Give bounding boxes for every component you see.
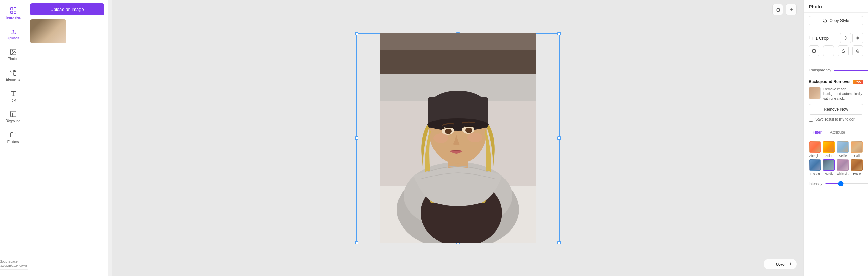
thumbnail-item[interactable] [30,19,66,43]
shapes-icon [10,69,17,76]
icons-row-2 [809,45,863,56]
transform-icons-row [840,33,863,43]
align-left-icon [827,49,831,53]
filter-item-solar[interactable]: Solar [822,141,835,158]
filter-item-cali[interactable]: Cali [851,141,863,158]
copy-style-button[interactable]: Copy Style [809,16,863,25]
crop-button[interactable]: 1 Crop [809,34,829,43]
tab-attribute[interactable]: Attribute [826,129,849,137]
align-left-button[interactable] [823,45,834,56]
transparency-slider[interactable] [834,70,868,71]
transparency-section: Transparency 100 [804,62,868,76]
left-sidebar: Templates Uploads Photos Elements Text B… [0,0,26,276]
canvas-photo-image[interactable] [380,33,536,243]
handle-middle-right[interactable] [557,136,561,140]
filter-name-solar: Solar [825,154,832,158]
crop-square-button[interactable] [809,45,819,56]
right-panel: Photo Copy Style 1 Crop [803,0,868,276]
zoom-level: 66% [776,262,785,267]
sidebar-item-folders[interactable]: Folders [0,128,26,147]
svg-point-28 [467,133,482,142]
sidebar-label-uploads: Uploads [7,36,19,40]
zoom-out-button[interactable]: − [767,260,773,268]
filter-item-whimsi[interactable]: Whimsi... [837,159,849,179]
handle-bottom-right[interactable] [557,241,561,244]
flip-horizontal-button[interactable] [840,33,851,43]
cloud-space-bar [0,269,28,270]
filter-item-retro[interactable]: Retro [851,159,863,179]
filter-item-blu[interactable]: The blu _ [809,159,821,179]
flip-h-icon [844,36,848,40]
canvas-wrapper [356,33,560,243]
svg-rect-1 [14,8,16,10]
svg-rect-30 [842,51,845,53]
sidebar-item-uploads[interactable]: Uploads [0,24,26,43]
svg-point-22 [427,118,489,131]
sidebar-item-elements[interactable]: Elements [0,66,26,85]
add-button[interactable] [786,4,797,15]
filter-section: Filter Attribute Aftergl... Solar Selfie… [804,125,868,189]
filter-thumb-selfie [837,141,849,153]
remove-now-button[interactable]: Remove Now [809,104,863,115]
upload-image-button[interactable]: Upload an image [30,3,104,15]
crop-section: 1 Crop [804,29,868,62]
filter-tabs: Filter Attribute [809,129,863,137]
handle-top-left[interactable] [355,32,358,35]
handle-top-right[interactable] [557,32,561,35]
crop-square-icon [812,49,816,53]
intensity-label: Intensity [809,182,822,186]
zoom-controls: − 66% + [764,259,797,269]
filter-thumb-nordic [823,159,835,171]
filter-grid: Aftergl... Solar Selfie Cali The blu _ N… [809,141,863,179]
sidebar-item-background[interactable]: Bkground [0,107,26,126]
svg-point-26 [465,128,472,133]
crop-icon [809,36,813,40]
delete-icon [856,49,860,53]
bg-remover-title: Background Remover [809,79,851,84]
sidebar-item-photos[interactable]: Photos [0,45,26,64]
sidebar-label-elements: Elements [6,78,20,81]
zoom-in-button[interactable]: + [787,260,793,268]
intensity-slider[interactable] [825,183,868,184]
filter-item-nordic[interactable]: Nordic [822,159,835,179]
save-result-checkbox[interactable] [809,117,813,122]
crop-label: 1 Crop [815,36,829,41]
lock-icon [841,49,845,53]
flip-v-icon [856,36,860,40]
panel-collapse-handle[interactable]: ⋮ [108,0,112,276]
handle-bottom-left[interactable] [355,241,358,244]
bg-remover-section: Background Remover PRO Remove image back… [804,76,868,125]
folder-icon [10,131,17,139]
text-icon [10,90,17,97]
filter-thumb-retro [851,159,863,171]
save-result-label: Save result to my folder [815,117,855,121]
sidebar-label-text: Text [10,98,16,102]
svg-rect-9 [777,8,779,11]
image-icon [10,48,17,56]
handle-middle-left[interactable] [355,136,358,140]
sidebar-item-text[interactable]: Text [0,86,26,106]
sidebar-item-templates[interactable]: Templates [0,3,26,23]
sidebar-label-templates: Templates [5,16,21,19]
filter-item-selfie[interactable]: Selfie [837,141,849,158]
filter-name-whimsi: Whimsi... [837,172,849,176]
tab-filter[interactable]: Filter [809,129,826,137]
bg-remover-header: Background Remover PRO [809,79,863,84]
intensity-row: Intensity 34 [809,182,863,186]
bg-preview-thumbnail [809,87,821,99]
duplicate-button[interactable] [772,4,783,15]
flip-vertical-button[interactable] [852,33,863,43]
lock-button[interactable] [838,45,849,56]
duplicate-icon [775,7,780,12]
filter-item-afterglow[interactable]: Aftergl... [809,141,821,158]
grid-icon [10,7,17,14]
sidebar-label-folders: Folders [7,140,19,144]
svg-point-5 [12,50,13,51]
sidebar-label-background: Bkground [6,119,20,123]
thumbnail-grid [30,19,104,43]
delete-button[interactable] [852,45,863,56]
filter-name-afterglow: Aftergl... [809,154,821,158]
transparency-label: Transparency [809,68,831,72]
thumbnail-image [30,19,66,43]
filter-name-selfie: Selfie [839,154,847,158]
